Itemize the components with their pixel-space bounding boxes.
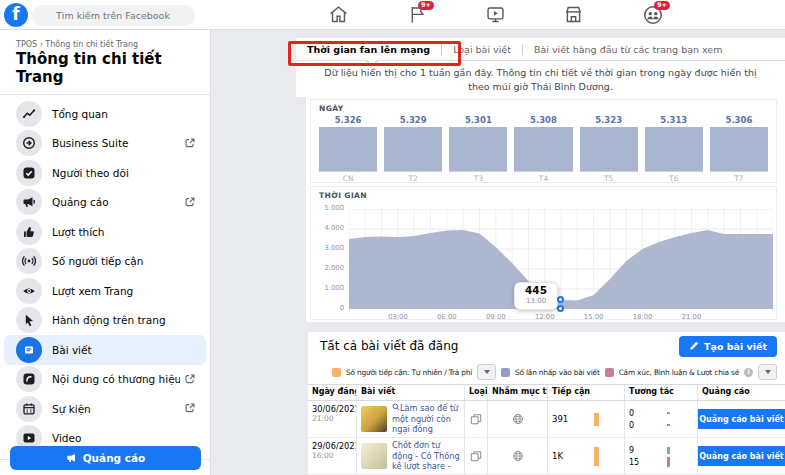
pages-tab[interactable]: 9+: [403, 4, 431, 26]
external-link-icon: [184, 399, 196, 418]
insights-tabs-panel: Thời gian fan lên mạng Loại bài viết Bài…: [296, 38, 785, 97]
marketplace-icon: [563, 4, 584, 25]
hours-chart-title: THỜI GIAN: [319, 191, 776, 200]
home-tab[interactable]: [324, 4, 352, 26]
charts-panel: NGÀY 5.326CN 5.329T2 5.301T3 5.308T4 5.3…: [306, 97, 785, 322]
day-bar: [319, 127, 377, 171]
chevron-down-icon: [765, 370, 771, 374]
eye-icon: [16, 278, 42, 304]
chart-tooltip: 445 13:00: [514, 282, 558, 310]
magnifier-icon: [392, 403, 400, 411]
thumbs-up-icon: [16, 219, 42, 245]
day-column: 5.301T3: [449, 115, 507, 183]
sidebar-item-business-suite[interactable]: Business Suite: [4, 129, 206, 159]
legend-dropdown-button[interactable]: [758, 364, 777, 380]
chevron-down-icon: [484, 370, 490, 374]
business-suite-icon: [16, 130, 42, 156]
post-link[interactable]: Làm sao để từ một người còn ngại đóng: [392, 403, 460, 435]
table-row: 29/06/202116:00 Chốt đơn tự động - Có Th…: [308, 438, 785, 475]
copy-icon: [470, 450, 482, 462]
megaphone-icon: [16, 189, 42, 215]
globe-icon: [512, 450, 524, 462]
sidebar-item-quang-cao[interactable]: Quảng cáo: [4, 188, 206, 218]
reach-bar: [594, 413, 599, 426]
reach-bar: [594, 447, 599, 466]
marketplace-tab[interactable]: [559, 4, 587, 26]
day-bar: [514, 127, 572, 171]
sidebar-item-bai-viet[interactable]: Bài viết: [4, 335, 206, 365]
ads-button[interactable]: Quảng cáo: [10, 446, 201, 470]
watch-tab[interactable]: [481, 4, 509, 26]
clicks-bar: [667, 447, 670, 454]
reactions-bar: [667, 424, 670, 426]
day-bar: [710, 127, 768, 171]
legend-swatch-reactions: [605, 368, 614, 377]
info-icon[interactable]: i: [744, 368, 753, 377]
tab-bar: Thời gian fan lên mạng Loại bài viết Bài…: [296, 38, 785, 61]
days-chart: NGÀY 5.326CN 5.329T2 5.301T3 5.308T4 5.3…: [310, 99, 777, 183]
day-column: 5.323T5: [580, 115, 638, 183]
external-link-icon: [184, 134, 196, 153]
day-column: 5.308T4: [514, 115, 572, 183]
day-column: 5.306T7: [710, 115, 768, 183]
post-thumbnail[interactable]: [361, 443, 387, 469]
day-bar: [384, 127, 442, 171]
globe-icon: [512, 413, 524, 425]
create-post-button[interactable]: Tạo bài viết: [679, 336, 777, 357]
reactions-bar: [667, 457, 670, 467]
legend-row: Số người tiếp cận: Tự nhiên / Trả phí Số…: [308, 360, 785, 384]
top-bar: f 9+ 9+: [0, 0, 785, 30]
day-column: 5.329T2: [384, 115, 442, 183]
tab-description: Dữ liệu hiển thị cho 1 tuần gần đây. Thô…: [296, 61, 785, 94]
posts-panel: Tất cả bài viết đã đăng Tạo bài viết Số …: [308, 332, 785, 475]
page-title: Thông tin chi tiết Trang: [0, 49, 210, 95]
day-bar: [645, 127, 703, 171]
tab-post-types[interactable]: Loại bài viết: [442, 44, 522, 55]
boost-post-button[interactable]: Quảng cáo bài viết: [698, 409, 785, 429]
days-bar-chart: 5.326CN 5.329T2 5.301T3 5.308T4 5.323T5 …: [319, 115, 768, 183]
table-header: Ngày đăng Bài viết Loại Nhắm mục tiêu Ti…: [308, 384, 785, 401]
sidebar-item-so-nguoi-tiep-can[interactable]: Số người tiếp cận: [4, 247, 206, 277]
sidebar-item-luot-xem-trang[interactable]: Lượt xem Trang: [4, 276, 206, 306]
pencil-icon: [689, 341, 699, 351]
sidebar-item-noi-dung-co-thuong-hieu[interactable]: Nội dung có thương hiệu: [4, 365, 206, 395]
post-thumbnail[interactable]: [361, 406, 387, 432]
days-chart-title: NGÀY: [319, 104, 768, 113]
clicks-bar: [667, 412, 670, 414]
facebook-logo[interactable]: f: [4, 3, 28, 27]
legend-swatch-clicks: [501, 368, 510, 377]
hover-marker: [557, 305, 564, 312]
sidebar-item-tong-quan[interactable]: Tổng quan: [4, 99, 206, 129]
day-bar: [449, 127, 507, 171]
sidebar-item-nguoi-theo-doi[interactable]: Người theo dõi: [4, 158, 206, 188]
table-row: 30/06/202121:00 Làm sao để từ một người …: [308, 401, 785, 438]
post-link[interactable]: Chốt đơn tự động - Có Thống kê lượt shar…: [392, 440, 460, 472]
sidebar-item-su-kien[interactable]: Sự kiện: [4, 394, 206, 424]
hours-area-chart: 5.0004.0003.0002.0001.0000 03:0006:0009:…: [311, 205, 778, 317]
tab-fan-online-time[interactable]: Thời gian fan lên mạng: [296, 44, 441, 55]
follower-check-icon: [16, 160, 42, 186]
trend-icon: [16, 101, 42, 127]
copy-icon: [470, 413, 482, 425]
day-column: 5.326CN: [319, 115, 377, 183]
legend-swatch-reach: [332, 368, 341, 377]
hours-chart: THỜI GIAN 5.0004.0003.0002.0001.0000 03:…: [310, 186, 777, 320]
calendar-icon: [16, 396, 42, 422]
groups-tab[interactable]: 9+: [639, 4, 667, 26]
watch-icon: [485, 4, 506, 25]
day-bar: [580, 127, 638, 171]
legend-dropdown-button[interactable]: [477, 364, 496, 380]
megaphone-icon: [66, 452, 78, 464]
sidebar-item-luot-thich[interactable]: Lượt thích: [4, 217, 206, 247]
cursor-icon: [16, 307, 42, 333]
boost-post-button[interactable]: Quảng cáo bài viết: [698, 446, 785, 466]
sidebar: TPOS › Thông tin chi tiết Trang Thông ti…: [0, 30, 211, 475]
area-plot: [349, 209, 773, 309]
tab-top-posts[interactable]: Bài viết hàng đầu từ các trang bạn xem: [523, 44, 734, 55]
posts-section-title: Tất cả bài viết đã đăng: [320, 339, 458, 353]
external-link-icon: [184, 370, 196, 389]
search-input[interactable]: [32, 5, 195, 26]
sidebar-item-hanh-dong-tren-trang[interactable]: Hành động trên trang: [4, 306, 206, 336]
notification-badge: 9+: [654, 1, 670, 10]
breadcrumb[interactable]: TPOS › Thông tin chi tiết Trang: [0, 38, 210, 49]
